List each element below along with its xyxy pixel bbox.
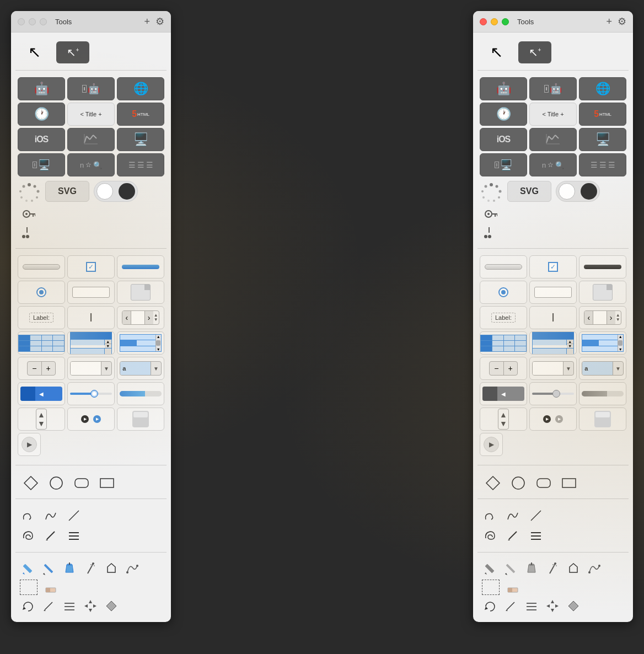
- right-ios-tool[interactable]: iOS: [480, 128, 527, 151]
- right-diamond-shape[interactable]: [484, 474, 502, 492]
- left-plus-minus-widget[interactable]: − +: [18, 357, 65, 380]
- left-polygon-tool[interactable]: [104, 561, 119, 576]
- left-chart-tool[interactable]: [67, 128, 115, 151]
- left-file-widget[interactable]: [117, 281, 164, 304]
- right-table-stepper-widget[interactable]: ▲ ▼: [529, 331, 577, 355]
- left-svg-tool[interactable]: SVG: [45, 181, 89, 202]
- right-selection-rect-tool[interactable]: [482, 580, 500, 595]
- left-radio-widget[interactable]: [18, 281, 65, 304]
- right-progress-widget[interactable]: [579, 382, 626, 405]
- left-bucket-tool[interactable]: [62, 561, 77, 576]
- right-table-widget[interactable]: [480, 331, 527, 355]
- left-bezier-tool[interactable]: [43, 508, 58, 523]
- right-pencil-tool[interactable]: [482, 561, 497, 576]
- right-spiral-tool[interactable]: [482, 508, 497, 523]
- right-radio-widget[interactable]: [480, 281, 527, 304]
- right-text-monitor-tool[interactable]: I 🖥️: [480, 153, 527, 176]
- left-slider-widget[interactable]: [67, 382, 115, 405]
- right-arrow-tool[interactable]: ↖: [480, 41, 513, 63]
- left-pen-tool[interactable]: [43, 528, 58, 543]
- right-diamond-tool[interactable]: [566, 598, 581, 614]
- left-key-icon[interactable]: [22, 210, 160, 239]
- right-circle-shape[interactable]: [509, 474, 527, 492]
- right-list-group-tool[interactable]: ☰ ☰ ☰: [579, 153, 626, 176]
- left-text-monitor-tool[interactable]: I 🖥️: [18, 153, 65, 176]
- right-polygon-tool[interactable]: [566, 561, 581, 576]
- right-globe-tool[interactable]: 🌐: [579, 77, 626, 100]
- right-spray-tool[interactable]: [545, 561, 560, 576]
- left-selection-rect-tool[interactable]: [20, 580, 37, 595]
- left-spiral-tool[interactable]: [20, 508, 35, 523]
- right-rect-shape[interactable]: [560, 474, 578, 492]
- right-chart-tool[interactable]: [529, 128, 577, 151]
- right-title-tool[interactable]: < Title +: [529, 103, 577, 126]
- right-i-cursor-widget[interactable]: I: [529, 306, 577, 329]
- right-search-group-tool[interactable]: n ☆ 🔍: [529, 153, 577, 176]
- left-minimize-button[interactable]: [29, 18, 36, 25]
- right-updown-widget[interactable]: ▲ ▼: [480, 408, 527, 431]
- right-bezier-tool[interactable]: [505, 508, 520, 523]
- right-list-scroll-widget[interactable]: ▲ ▼: [579, 331, 626, 355]
- right-html5-tool[interactable]: 5 HTML: [579, 103, 626, 126]
- right-gear-icon[interactable]: ⚙: [618, 15, 626, 28]
- right-toggle-tool[interactable]: [556, 181, 600, 202]
- right-svg-tool[interactable]: SVG: [507, 181, 551, 202]
- right-line-tool[interactable]: [528, 508, 544, 523]
- right-pen-tool[interactable]: [505, 528, 520, 543]
- right-curve-tool[interactable]: [587, 561, 602, 576]
- left-clock-tool[interactable]: 🕐: [18, 103, 65, 126]
- right-minimize-button[interactable]: [491, 18, 498, 25]
- left-toggle-tool[interactable]: [94, 181, 138, 202]
- left-menu-tool[interactable]: [66, 528, 82, 543]
- left-table-stepper-widget[interactable]: ▲ ▼: [67, 331, 115, 355]
- right-file-widget[interactable]: [579, 281, 626, 304]
- left-android-text-tool[interactable]: I 🤖: [67, 77, 115, 100]
- left-maximize-button[interactable]: [40, 18, 47, 25]
- right-move-tool[interactable]: [545, 598, 560, 614]
- left-blue-button-widget[interactable]: [117, 255, 164, 278]
- right-plus-minus-widget[interactable]: − +: [480, 357, 527, 380]
- left-android-tool[interactable]: 🤖: [18, 77, 65, 100]
- left-arrow-tool[interactable]: ↖: [18, 41, 51, 63]
- left-segmented-widget[interactable]: ◀: [18, 382, 65, 405]
- right-rotate-tool[interactable]: [482, 598, 497, 614]
- left-monitor-tool[interactable]: 🖥️: [117, 128, 164, 151]
- right-dark-button-widget[interactable]: [579, 255, 626, 278]
- right-play-widget[interactable]: ▶: [480, 433, 503, 456]
- left-marker-tool[interactable]: [41, 561, 56, 576]
- left-spray-tool[interactable]: [83, 561, 98, 576]
- right-key-icon[interactable]: [484, 210, 622, 239]
- left-title-tool[interactable]: < Title +: [67, 103, 115, 126]
- left-lasso-tool[interactable]: [20, 528, 35, 543]
- left-line-tool[interactable]: [66, 508, 82, 523]
- left-rect-shape[interactable]: [98, 474, 116, 492]
- right-button-widget[interactable]: [480, 255, 527, 278]
- left-gear-icon[interactable]: ⚙: [155, 15, 164, 28]
- right-menu-tool[interactable]: [528, 528, 544, 543]
- right-rounded-rect-shape[interactable]: [535, 474, 552, 492]
- left-arrow-plus-tool[interactable]: ↖+: [56, 41, 89, 63]
- right-misc-widget[interactable]: [579, 408, 626, 431]
- right-close-button[interactable]: [480, 18, 487, 25]
- left-diamond-tool[interactable]: [104, 598, 119, 614]
- left-combo-widget[interactable]: ▼: [67, 357, 115, 380]
- right-checkbox-widget[interactable]: ✓: [529, 255, 577, 278]
- left-add-icon[interactable]: +: [144, 16, 150, 28]
- right-text-combo-widget[interactable]: a ▼: [579, 357, 626, 380]
- left-text-combo-widget[interactable]: a ▼: [117, 357, 164, 380]
- left-html5-tool[interactable]: 5 HTML: [117, 103, 164, 126]
- left-stepper-widget[interactable]: ‹ › ▲ ▼: [117, 306, 164, 329]
- left-globe-tool[interactable]: 🌐: [117, 77, 164, 100]
- left-circle-shape[interactable]: [47, 474, 65, 492]
- left-pencil-tool[interactable]: [20, 561, 35, 576]
- left-text-input-widget[interactable]: [67, 281, 115, 304]
- right-lines-tool[interactable]: [524, 598, 539, 614]
- left-misc-widget[interactable]: [117, 408, 164, 431]
- right-media-player-widget[interactable]: ▶ ▶: [529, 408, 577, 431]
- left-search-group-tool[interactable]: n ☆ 🔍: [67, 153, 115, 176]
- right-segmented-widget[interactable]: ◀: [480, 382, 527, 405]
- left-spinner-tool[interactable]: [18, 181, 41, 204]
- left-eraser-tool[interactable]: [43, 580, 58, 595]
- left-close-button[interactable]: [18, 18, 25, 25]
- left-diamond-shape[interactable]: [22, 474, 40, 492]
